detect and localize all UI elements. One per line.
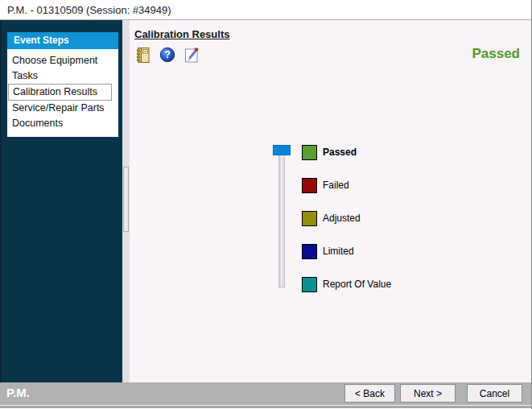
back-button[interactable]: < Back	[344, 384, 395, 403]
legend-label: Passed	[323, 147, 357, 158]
next-button[interactable]: Next >	[400, 384, 456, 403]
page-title: Calibration Results	[134, 28, 229, 40]
window-bottom-border	[0, 406, 531, 408]
result-scale-legend: Passed Failed Adjusted Limited Report Of…	[302, 144, 391, 309]
report-of-value-swatch	[302, 277, 317, 292]
edit-icon[interactable]	[183, 46, 200, 64]
legend-item-report-of-value: Report Of Value	[302, 276, 391, 292]
adjusted-swatch	[302, 211, 317, 226]
sidebar-item-choose-equipment[interactable]: Choose Equipment	[7, 53, 118, 68]
sidebar: Event Steps Choose Equipment Tasks Calib…	[0, 20, 122, 382]
sidebar-item-documents[interactable]: Documents	[7, 116, 118, 131]
sidebar-item-tasks[interactable]: Tasks	[7, 68, 118, 84]
vertical-scrollbar[interactable]	[122, 20, 130, 382]
slider-track[interactable]	[278, 155, 285, 287]
limited-swatch	[302, 244, 317, 259]
main-panel: Calibration Results	[130, 20, 531, 382]
title-bar: P.M. - 01310509 (Session: #34949)	[0, 0, 531, 20]
scrollbar-thumb[interactable]	[123, 167, 129, 232]
svg-text:?: ?	[164, 49, 171, 60]
step-list: Choose Equipment Tasks Calibration Resul…	[7, 49, 118, 137]
event-steps-panel: Event Steps Choose Equipment Tasks Calib…	[7, 32, 118, 137]
toolbar: ?	[134, 46, 200, 64]
status-result-label: Passed	[472, 46, 520, 62]
sidebar-item-calibration-results[interactable]: Calibration Results	[8, 84, 112, 101]
legend-item-failed: Failed	[302, 177, 391, 193]
window-title: P.M. - 01310509 (Session: #34949)	[7, 4, 171, 16]
result-slider[interactable]	[273, 145, 291, 288]
notes-icon[interactable]	[134, 46, 151, 64]
failed-swatch	[302, 178, 317, 193]
pm-wizard-window: P.M. - 01310509 (Session: #34949) Event …	[0, 0, 532, 409]
footer-app-label: P.M.	[6, 386, 30, 399]
sidebar-item-service-repair-parts[interactable]: Service/Repair Parts	[7, 101, 118, 116]
legend-label: Failed	[323, 180, 349, 191]
footer-bar: P.M. < Back Next > Cancel	[0, 382, 531, 405]
legend-item-passed: Passed	[302, 144, 391, 160]
legend-item-limited: Limited	[302, 243, 391, 259]
legend-label: Adjusted	[323, 213, 361, 224]
legend-label: Report Of Value	[323, 279, 391, 290]
cancel-button[interactable]: Cancel	[467, 384, 522, 403]
slider-handle[interactable]	[273, 145, 291, 155]
legend-label: Limited	[323, 246, 354, 257]
help-icon[interactable]: ?	[159, 46, 175, 64]
legend-item-adjusted: Adjusted	[302, 210, 391, 226]
content-area: Event Steps Choose Equipment Tasks Calib…	[0, 20, 531, 382]
passed-swatch	[302, 145, 317, 160]
event-steps-header: Event Steps	[7, 32, 118, 49]
